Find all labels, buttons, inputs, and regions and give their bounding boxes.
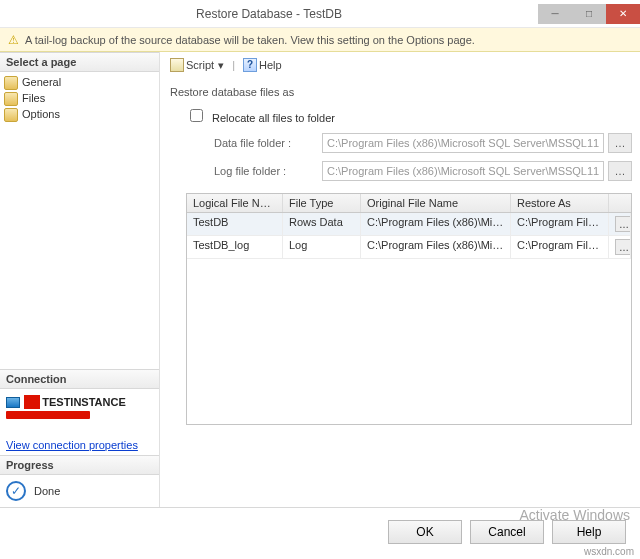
files-grid: Logical File Name File Type Original Fil…	[186, 193, 632, 425]
data-folder-browse-button[interactable]: …	[608, 133, 632, 153]
window-title: Restore Database - TestDB	[0, 7, 538, 21]
cell-logical: TestDB	[187, 213, 283, 235]
relocate-checkbox[interactable]	[190, 109, 203, 122]
sidebar-item-options[interactable]: Options	[0, 106, 159, 122]
ok-button[interactable]: OK	[388, 520, 462, 544]
sidebar: Select a page General Files Options Conn…	[0, 52, 160, 507]
script-icon	[170, 58, 184, 72]
col-logical[interactable]: Logical File Name	[187, 194, 283, 212]
script-button[interactable]: Script	[186, 59, 214, 71]
help-icon: ?	[243, 58, 257, 72]
view-connection-link[interactable]: View connection properties	[6, 439, 138, 451]
relocate-label: Relocate all files to folder	[212, 112, 335, 124]
col-restore[interactable]: Restore As	[511, 194, 609, 212]
grid-header: Logical File Name File Type Original Fil…	[187, 194, 631, 213]
cancel-button[interactable]: Cancel	[470, 520, 544, 544]
done-icon: ✓	[6, 481, 26, 501]
sidebar-item-label: General	[22, 76, 61, 88]
redacted-server	[24, 395, 40, 409]
select-page-header: Select a page	[0, 52, 159, 72]
redacted-user	[6, 411, 90, 419]
grid-body: TestDB Rows Data C:\Program Files (x86)\…	[187, 213, 631, 423]
data-folder-label: Data file folder :	[214, 137, 322, 149]
cell-logical: TestDB_log	[187, 236, 283, 258]
warning-icon: ⚠	[8, 33, 19, 47]
connection-block: TESTINSTANCE View connection properties	[0, 389, 159, 455]
sidebar-item-general[interactable]: General	[0, 74, 159, 90]
window-titlebar: Restore Database - TestDB ─ □ ✕	[0, 0, 640, 28]
info-bar: ⚠ A tail-log backup of the source databa…	[0, 28, 640, 52]
section-title: Restore database files as	[170, 86, 632, 98]
connection-header: Connection	[0, 369, 159, 389]
close-button[interactable]: ✕	[606, 4, 640, 24]
page-list: General Files Options	[0, 72, 159, 124]
col-original[interactable]: Original File Name	[361, 194, 511, 212]
progress-status: Done	[34, 485, 60, 497]
cell-type: Rows Data	[283, 213, 361, 235]
page-icon	[4, 76, 18, 90]
sidebar-item-label: Options	[22, 108, 60, 120]
col-action	[609, 194, 631, 212]
dialog-footer: OK Cancel Help	[0, 507, 640, 555]
content-panel: Script ▾ | ? Help Restore database files…	[160, 52, 640, 507]
log-folder-browse-button[interactable]: …	[608, 161, 632, 181]
page-icon	[4, 108, 18, 122]
table-row[interactable]: TestDB_log Log C:\Program Files (x86)\Mi…	[187, 236, 631, 259]
help-button[interactable]: Help	[259, 59, 282, 71]
log-folder-label: Log file folder :	[214, 165, 322, 177]
cell-restore: C:\Program Files (x86)\Micros...	[511, 236, 609, 258]
progress-header: Progress	[0, 455, 159, 475]
relocate-checkbox-row[interactable]: Relocate all files to folder	[186, 112, 335, 124]
info-message: A tail-log backup of the source database…	[25, 34, 475, 46]
restore-browse-button[interactable]: …	[615, 239, 631, 255]
cell-original: C:\Program Files (x86)\Micros...	[361, 236, 511, 258]
cell-restore: C:\Program Files (x86)\Micros...	[511, 213, 609, 235]
window-buttons: ─ □ ✕	[538, 4, 640, 24]
col-type[interactable]: File Type	[283, 194, 361, 212]
help-button[interactable]: Help	[552, 520, 626, 544]
server-icon	[6, 397, 20, 408]
connection-instance: TESTINSTANCE	[42, 396, 126, 408]
log-folder-input	[322, 161, 604, 181]
data-folder-input	[322, 133, 604, 153]
cell-type: Log	[283, 236, 361, 258]
minimize-button[interactable]: ─	[538, 4, 572, 24]
toolbar-separator: |	[232, 59, 235, 71]
progress-block: ✓ Done	[0, 475, 159, 507]
sidebar-item-label: Files	[22, 92, 45, 104]
restore-browse-button[interactable]: …	[615, 216, 631, 232]
sidebar-item-files[interactable]: Files	[0, 90, 159, 106]
content-toolbar: Script ▾ | ? Help	[170, 56, 632, 74]
cell-original: C:\Program Files (x86)\Micros...	[361, 213, 511, 235]
maximize-button[interactable]: □	[572, 4, 606, 24]
script-dropdown[interactable]: ▾	[218, 59, 224, 72]
page-icon	[4, 92, 18, 106]
table-row[interactable]: TestDB Rows Data C:\Program Files (x86)\…	[187, 213, 631, 236]
